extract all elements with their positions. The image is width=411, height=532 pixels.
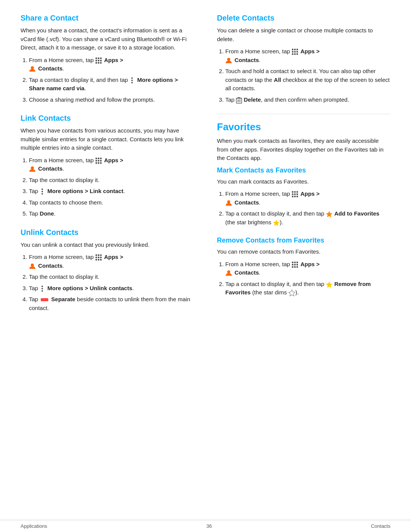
svg-point-22 [31, 166, 34, 169]
delete-contacts-steps: From a Home screen, tap [225, 47, 390, 104]
list-item: Tap the contact to display it. [29, 273, 194, 281]
svg-point-25 [41, 193, 43, 195]
svg-rect-40 [294, 49, 296, 50]
star-filled-icon [326, 211, 333, 217]
svg-rect-3 [96, 60, 97, 61]
apps-icon [95, 254, 102, 261]
link-contacts-intro: When you have contacts from various acco… [21, 126, 194, 152]
svg-point-36 [41, 286, 43, 287]
svg-rect-73 [292, 266, 293, 268]
mark-favorites-section: Mark Contacts as Favorites You can mark … [217, 166, 390, 227]
svg-rect-5 [100, 60, 102, 61]
svg-point-11 [131, 80, 133, 81]
footer: Applications 36 Contacts [0, 520, 411, 532]
svg-marker-66 [273, 220, 280, 226]
contacts-icon [225, 200, 232, 206]
list-item: From a Home screen, tap [225, 47, 390, 64]
svg-rect-18 [100, 160, 102, 161]
svg-rect-6 [96, 62, 97, 64]
section-divider [217, 114, 390, 114]
svg-point-10 [131, 77, 133, 79]
svg-rect-0 [96, 58, 97, 59]
unlink-contacts-section: Unlink Contacts You can unlink a contact… [21, 228, 194, 313]
trash-icon [236, 97, 242, 104]
delete-contacts-intro: You can delete a single contact or choos… [217, 26, 390, 43]
more-options-share-label: More options > Share name card via [29, 77, 178, 92]
link-contacts-steps: From a Home screen, tap [29, 156, 194, 218]
minus-icon [41, 298, 48, 301]
list-item: From a Home screen, tap [29, 56, 194, 73]
more-options-icon [40, 188, 45, 195]
svg-rect-28 [100, 254, 102, 256]
more-options-link-label: More options > Link contact [48, 188, 124, 194]
share-contact-intro: When you share a contact, the contact's … [21, 26, 194, 52]
svg-rect-68 [294, 262, 296, 263]
list-item: Tap contacts to choose them. [29, 198, 194, 207]
svg-point-24 [41, 191, 43, 192]
svg-rect-61 [292, 196, 293, 197]
svg-rect-55 [292, 191, 293, 193]
svg-rect-21 [100, 162, 102, 164]
svg-rect-57 [296, 191, 298, 193]
list-item: Touch and hold a contact to select it. Y… [225, 67, 390, 93]
svg-rect-26 [96, 254, 97, 256]
delete-contacts-title: Delete Contacts [217, 14, 390, 22]
content-area: Share a Contact When you share a contact… [0, 0, 411, 520]
svg-rect-42 [292, 51, 293, 53]
svg-point-38 [41, 290, 43, 292]
svg-rect-71 [294, 264, 296, 265]
share-contact-section: Share a Contact When you share a contact… [21, 14, 194, 104]
more-options-unlink-label: More options > Unlink contacts [48, 285, 132, 291]
remove-favorites-steps: From a Home screen, tap [225, 260, 390, 297]
svg-rect-2 [100, 58, 102, 59]
svg-point-37 [41, 288, 43, 289]
apps-icon [292, 48, 298, 55]
svg-rect-1 [98, 58, 99, 59]
svg-rect-41 [296, 49, 298, 50]
svg-rect-29 [96, 257, 97, 258]
list-item: Tap More options > Link contact. [29, 187, 194, 196]
contacts-label: Contacts [234, 269, 259, 276]
contacts-icon [29, 166, 36, 173]
apps-label: Apps > [104, 157, 123, 163]
list-item: Tap Separate beside contacts to unlink t… [29, 295, 194, 312]
contacts-icon [29, 66, 36, 72]
apps-icon [95, 157, 102, 164]
footer-right: Contacts [371, 523, 390, 529]
svg-point-48 [227, 58, 230, 61]
list-item: Tap the contact to display it. [29, 176, 194, 185]
svg-rect-17 [98, 160, 99, 161]
svg-point-12 [131, 82, 133, 83]
svg-rect-59 [294, 193, 296, 195]
contacts-icon [225, 57, 232, 64]
svg-rect-14 [98, 158, 99, 159]
contacts-label: Contacts [234, 199, 259, 206]
add-to-favorites-label: Add to Favorites [335, 210, 379, 217]
svg-rect-75 [296, 266, 298, 268]
svg-rect-44 [296, 51, 298, 53]
share-contact-title: Share a Contact [21, 14, 194, 22]
separate-label: Separate [51, 296, 75, 302]
svg-point-35 [31, 264, 34, 267]
apps-label: Apps > [300, 48, 319, 54]
list-item: From a Home screen, tap [29, 253, 194, 270]
svg-marker-78 [288, 290, 295, 296]
list-item: Choose a sharing method and follow the p… [29, 96, 194, 104]
list-item: Tap a contact to display it, and then ta… [225, 209, 390, 227]
apps-label: Apps > [300, 261, 319, 267]
list-item: From a Home screen, tap [29, 156, 194, 173]
svg-rect-58 [292, 193, 293, 195]
apps-label: Apps > [104, 57, 123, 63]
delete-label: Delete [244, 96, 261, 103]
list-item: Tap Delete, and then confirm w [225, 96, 390, 104]
unlink-contacts-title: Unlink Contacts [21, 228, 194, 237]
svg-rect-33 [98, 259, 99, 260]
apps-label: Apps > [104, 254, 123, 260]
remove-favorites-title: Remove Contacts from Favorites [217, 236, 390, 244]
svg-point-76 [227, 270, 230, 273]
mark-favorites-steps: From a Home screen, tap [225, 190, 390, 227]
favorites-section: Favorites When you mark contacts as favo… [217, 121, 390, 297]
more-options-icon [129, 77, 135, 84]
contacts-label: Contacts [38, 165, 62, 172]
svg-rect-43 [294, 51, 296, 53]
